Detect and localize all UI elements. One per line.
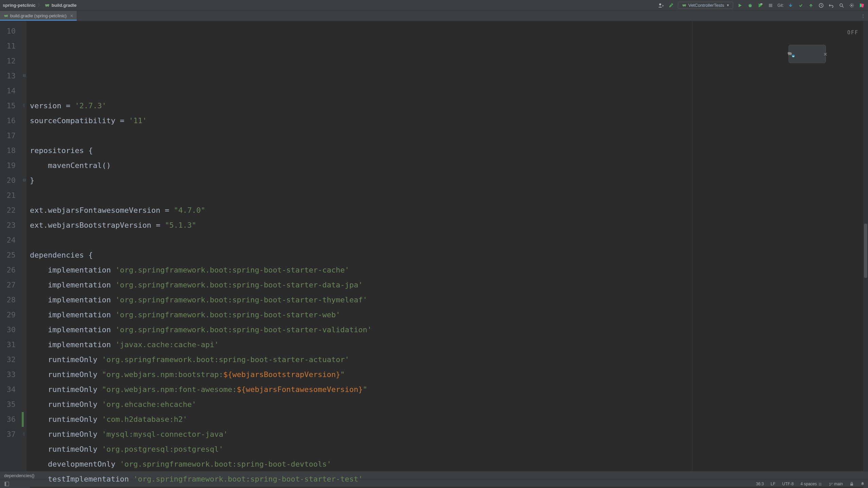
gutter-line[interactable]: 15 bbox=[0, 98, 16, 113]
close-icon[interactable]: ✕ bbox=[824, 46, 827, 61]
code-line[interactable]: testImplementation 'org.springframework.… bbox=[30, 472, 863, 487]
code-line[interactable]: implementation 'javax.cache:cache-api' bbox=[30, 337, 863, 352]
code-line[interactable]: runtimeOnly 'org.springframework.boot:sp… bbox=[30, 352, 863, 367]
gutter-line[interactable]: 18 bbox=[0, 143, 16, 158]
code-line[interactable]: implementation 'org.springframework.boot… bbox=[30, 278, 863, 293]
gutter-line[interactable]: 23 bbox=[0, 218, 16, 233]
change-marker[interactable] bbox=[22, 412, 24, 427]
code-line[interactable]: version = '2.7.3' bbox=[30, 98, 863, 113]
code-line[interactable]: implementation 'org.springframework.boot… bbox=[30, 322, 863, 337]
git-push-icon[interactable] bbox=[808, 2, 814, 9]
gutter-line[interactable]: 16 bbox=[0, 113, 16, 128]
gutter-line[interactable]: 26 bbox=[0, 263, 16, 278]
code-line[interactable]: runtimeOnly "org.webjars.npm:bootstrap:$… bbox=[30, 367, 863, 382]
svg-rect-9 bbox=[5, 482, 6, 486]
fold-open-icon[interactable]: ⊟ bbox=[22, 73, 26, 78]
history-icon[interactable] bbox=[818, 2, 825, 9]
tab-build-gradle[interactable]: build.gradle (spring-petclinic) ✕ bbox=[0, 11, 77, 21]
code-line[interactable]: dependencies { bbox=[30, 248, 863, 263]
gutter-line[interactable]: 37 bbox=[0, 427, 16, 442]
close-icon[interactable]: ✕ bbox=[70, 14, 73, 18]
code-line[interactable]: testImplementation 'org.assertj:assertj-… bbox=[30, 487, 863, 488]
code-line[interactable]: developmentOnly 'org.springframework.boo… bbox=[30, 457, 863, 472]
code-line[interactable]: runtimeOnly 'org.postgresql:postgresql' bbox=[30, 442, 863, 457]
code-line[interactable]: implementation 'org.springframework.boot… bbox=[30, 307, 863, 322]
user-icon[interactable] bbox=[657, 2, 664, 9]
gutter-line[interactable]: 29 bbox=[0, 307, 16, 322]
fold-column[interactable]: ⊟⌊⊟⌊ bbox=[22, 21, 26, 471]
gradle-icon bbox=[3, 14, 8, 18]
code-line[interactable]: runtimeOnly 'mysql:mysql-connector-java' bbox=[30, 427, 863, 442]
gutter-line[interactable]: 28 bbox=[0, 293, 16, 307]
chevron-down-icon: ▼ bbox=[726, 3, 729, 7]
gutter[interactable]: 1011121314151617181920212223242526272829… bbox=[0, 21, 22, 471]
code-area[interactable]: OFF ✕ version = '2.7.3'sourceCompatibili… bbox=[26, 21, 863, 471]
fold-open-icon[interactable]: ⊟ bbox=[22, 178, 26, 182]
code-line[interactable]: } bbox=[30, 173, 863, 188]
reload-icon[interactable] bbox=[787, 20, 817, 88]
breadcrumb-file[interactable]: build.gradle bbox=[52, 3, 77, 8]
code-line[interactable]: sourceCompatibility = '11' bbox=[30, 113, 863, 128]
svg-point-0 bbox=[659, 3, 661, 5]
git-label: Git: bbox=[777, 3, 784, 8]
scrollbar[interactable] bbox=[863, 21, 868, 471]
code-line[interactable]: repositories { bbox=[30, 143, 863, 158]
gutter-line[interactable]: 31 bbox=[0, 337, 16, 352]
code-line[interactable]: mavenCentral() bbox=[30, 158, 863, 173]
code-line[interactable]: ext.webjarsFontawesomeVersion = "4.7.0" bbox=[30, 203, 863, 218]
gutter-line[interactable]: 24 bbox=[0, 233, 16, 248]
search-icon[interactable] bbox=[838, 2, 845, 9]
gutter-line[interactable]: 30 bbox=[0, 322, 16, 337]
gutter-line[interactable]: 22 bbox=[0, 203, 16, 218]
gutter-line[interactable]: 32 bbox=[0, 352, 16, 367]
breadcrumb-sep-icon: 〉 bbox=[38, 2, 42, 8]
toolwindow-icon[interactable] bbox=[3, 481, 10, 487]
editor[interactable]: 1011121314151617181920212223242526272829… bbox=[0, 21, 868, 471]
git-commit-icon[interactable] bbox=[797, 2, 804, 9]
code-line[interactable]: ext.webjarsBootstrapVersion = "5.1.3" bbox=[30, 218, 863, 233]
build-hammer-icon[interactable] bbox=[668, 2, 674, 9]
gear-icon[interactable] bbox=[848, 2, 855, 9]
navbar-right: VetControllerTests ▼ Git: bbox=[657, 2, 865, 9]
code-line[interactable]: runtimeOnly "org.webjars.npm:font-awesom… bbox=[30, 382, 863, 397]
fold-close-icon[interactable]: ⌊ bbox=[22, 103, 26, 108]
breadcrumb[interactable]: spring-petclinic 〉 build.gradle bbox=[3, 2, 76, 8]
run-config-selector[interactable]: VetControllerTests ▼ bbox=[678, 2, 733, 9]
rollback-icon[interactable] bbox=[828, 2, 835, 9]
gutter-line[interactable]: 10 bbox=[0, 24, 16, 39]
gutter-line[interactable]: 21 bbox=[0, 188, 16, 203]
gutter-line[interactable]: 11 bbox=[0, 39, 16, 54]
code-line[interactable]: runtimeOnly 'com.h2database:h2' bbox=[30, 412, 863, 427]
gutter-line[interactable]: 27 bbox=[0, 278, 16, 293]
breadcrumb-project[interactable]: spring-petclinic bbox=[3, 3, 36, 8]
code-line[interactable] bbox=[30, 233, 863, 248]
code-line[interactable]: implementation 'org.springframework.boot… bbox=[30, 263, 863, 278]
gutter-line[interactable]: 36 bbox=[0, 412, 16, 427]
gutter-line[interactable]: 33 bbox=[0, 367, 16, 382]
gutter-line[interactable]: 13 bbox=[0, 69, 16, 83]
code-line[interactable] bbox=[30, 128, 863, 143]
jetbrains-icon[interactable] bbox=[858, 2, 865, 9]
run-icon[interactable] bbox=[737, 2, 743, 9]
scroll-thumb[interactable] bbox=[864, 224, 867, 278]
gutter-line[interactable]: 35 bbox=[0, 397, 16, 412]
floating-toolbar[interactable]: ✕ bbox=[789, 45, 826, 63]
gutter-line[interactable]: 17 bbox=[0, 128, 16, 143]
gutter-line[interactable]: 14 bbox=[0, 83, 16, 98]
debug-icon[interactable] bbox=[747, 2, 754, 9]
stop-icon[interactable] bbox=[767, 2, 774, 9]
inspection-off-badge[interactable]: OFF bbox=[847, 25, 858, 40]
gutter-line[interactable]: 20 bbox=[0, 173, 16, 188]
gutter-line[interactable]: 19 bbox=[0, 158, 16, 173]
gutter-line[interactable]: 34 bbox=[0, 382, 16, 397]
gutter-line[interactable]: 25 bbox=[0, 248, 16, 263]
git-pull-icon[interactable] bbox=[787, 2, 794, 9]
fold-close-icon[interactable]: ⌊ bbox=[22, 432, 26, 436]
gutter-line[interactable]: 12 bbox=[0, 54, 16, 69]
navbar: spring-petclinic 〉 build.gradle VetContr… bbox=[0, 0, 868, 11]
code-line[interactable]: runtimeOnly 'org.ehcache:ehcache' bbox=[30, 397, 863, 412]
tab-overflow-icon[interactable]: ⋮ bbox=[858, 11, 868, 21]
code-line[interactable]: implementation 'org.springframework.boot… bbox=[30, 293, 863, 307]
coverage-icon[interactable] bbox=[757, 2, 764, 9]
code-line[interactable] bbox=[30, 188, 863, 203]
